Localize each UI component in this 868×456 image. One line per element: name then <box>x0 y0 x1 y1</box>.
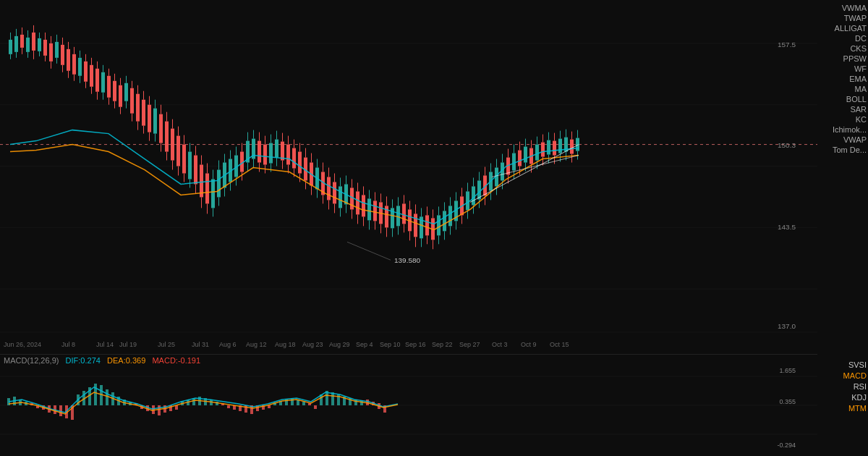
svg-rect-36 <box>55 42 59 58</box>
svg-rect-222 <box>414 214 417 237</box>
svg-rect-90 <box>159 114 163 143</box>
svg-rect-96 <box>171 129 174 161</box>
svg-text:Sep 16: Sep 16 <box>405 341 426 348</box>
svg-text:Jul 31: Jul 31 <box>192 341 209 348</box>
macd-indicator-macd[interactable]: MACD <box>843 371 867 380</box>
svg-rect-390 <box>302 402 305 405</box>
svg-rect-276 <box>518 151 522 166</box>
macd-value: MACD:-0.191 <box>152 356 200 365</box>
indicator-sar[interactable]: SAR <box>850 105 867 114</box>
indicator-alligat[interactable]: ALLIGAT <box>835 24 867 33</box>
indicator-tomde[interactable]: Tom De... <box>833 145 867 154</box>
svg-text:Jul 8: Jul 8 <box>61 341 75 348</box>
svg-rect-294 <box>553 141 556 156</box>
svg-rect-156 <box>286 145 290 165</box>
svg-text:Jul 25: Jul 25 <box>158 341 175 348</box>
chart-container: 157.5 150.3 143.5 137.0 <box>0 0 868 456</box>
svg-rect-57 <box>95 69 99 92</box>
svg-rect-234 <box>437 215 441 235</box>
indicator-boll[interactable]: BOLL <box>846 95 867 104</box>
indicator-twap[interactable]: TWAP <box>844 14 867 22</box>
svg-rect-75 <box>130 88 134 114</box>
svg-rect-81 <box>142 100 145 126</box>
indicator-ema[interactable]: EMA <box>849 75 867 83</box>
svg-text:Sep 10: Sep 10 <box>380 341 401 348</box>
indicator-vwap[interactable]: VWAP <box>843 135 867 144</box>
svg-rect-114 <box>205 174 209 204</box>
svg-text:Sep 4: Sep 4 <box>356 341 373 348</box>
indicator-wf[interactable]: WF <box>854 64 867 73</box>
svg-rect-177 <box>327 177 331 200</box>
svg-rect-195 <box>362 195 365 216</box>
svg-rect-303 <box>570 140 574 154</box>
svg-rect-180 <box>333 182 336 203</box>
indicator-kc[interactable]: KC <box>856 115 867 124</box>
svg-rect-30 <box>43 40 47 56</box>
svg-rect-392 <box>314 405 317 409</box>
svg-text:Oct 15: Oct 15 <box>550 341 569 348</box>
svg-text:-0.294: -0.294 <box>777 442 796 449</box>
svg-rect-60 <box>101 72 105 93</box>
svg-rect-150 <box>275 140 278 158</box>
svg-rect-365 <box>158 405 161 415</box>
indicator-ma[interactable]: MA <box>855 85 867 93</box>
svg-rect-51 <box>84 62 88 82</box>
svg-rect-18 <box>20 35 24 48</box>
macd-indicator-rsi[interactable]: RSI <box>854 382 867 391</box>
svg-rect-63 <box>107 76 111 98</box>
svg-text:Aug 23: Aug 23 <box>302 341 323 348</box>
indicator-ichimok[interactable]: Ichimok... <box>833 125 867 134</box>
svg-rect-69 <box>119 85 122 107</box>
svg-rect-33 <box>49 43 53 62</box>
svg-rect-42 <box>67 49 70 71</box>
indicators-panel: VWMATWAPALLIGATDCCKSPPSWWFEMAMABOLLSARKC… <box>817 0 868 355</box>
svg-rect-395 <box>331 392 334 405</box>
svg-rect-153 <box>281 142 284 161</box>
svg-text:0.355: 0.355 <box>779 398 796 405</box>
svg-rect-72 <box>124 83 128 101</box>
svg-rect-99 <box>176 136 180 166</box>
svg-text:Oct 9: Oct 9 <box>521 341 537 348</box>
main-chart: 157.5 150.3 143.5 137.0 <box>0 0 817 355</box>
macd-info: MACD(12,26,9) DIF:0.274 DEA:0.369 MACD:-… <box>4 356 200 365</box>
svg-rect-279 <box>524 147 527 163</box>
indicator-dc[interactable]: DC <box>855 34 867 43</box>
macd-indicator-mtm[interactable]: MTM <box>848 404 867 413</box>
svg-text:Jul 14: Jul 14 <box>96 341 114 348</box>
svg-rect-285 <box>535 145 539 161</box>
svg-rect-0 <box>0 0 817 354</box>
svg-rect-27 <box>38 38 41 51</box>
svg-text:Sep 27: Sep 27 <box>459 341 480 348</box>
macd-indicator-kdj[interactable]: KDJ <box>851 393 867 402</box>
svg-rect-54 <box>90 65 93 87</box>
svg-rect-291 <box>547 140 550 155</box>
svg-rect-108 <box>194 156 197 185</box>
svg-rect-377 <box>227 405 230 408</box>
svg-text:Oct 3: Oct 3 <box>492 341 508 348</box>
svg-rect-93 <box>165 122 169 152</box>
svg-rect-105 <box>188 152 192 180</box>
svg-rect-39 <box>61 45 64 65</box>
svg-rect-147 <box>269 143 273 164</box>
svg-rect-48 <box>78 58 82 76</box>
indicator-vwma[interactable]: VWMA <box>842 4 867 12</box>
macd-indicator-svsi[interactable]: SVSI <box>848 360 867 369</box>
indicator-ppsw[interactable]: PPSW <box>843 54 867 63</box>
dea-value: DEA:0.369 <box>107 356 145 365</box>
svg-text:143.5: 143.5 <box>778 223 796 231</box>
svg-text:Jul 19: Jul 19 <box>119 341 137 348</box>
svg-rect-198 <box>367 198 371 220</box>
svg-text:Aug 29: Aug 29 <box>329 341 350 348</box>
macd-indicators-panel: SVSIMACDRSIKDJMTM <box>817 355 868 456</box>
svg-rect-117 <box>211 179 215 208</box>
indicator-cks[interactable]: CKS <box>850 44 867 53</box>
svg-rect-66 <box>113 81 116 101</box>
svg-rect-306 <box>576 138 579 151</box>
svg-rect-201 <box>373 200 377 221</box>
svg-rect-249 <box>466 191 469 210</box>
svg-rect-228 <box>425 215 429 235</box>
svg-rect-216 <box>402 203 406 224</box>
svg-rect-120 <box>217 170 221 198</box>
svg-rect-183 <box>339 186 342 208</box>
svg-rect-45 <box>72 54 76 75</box>
